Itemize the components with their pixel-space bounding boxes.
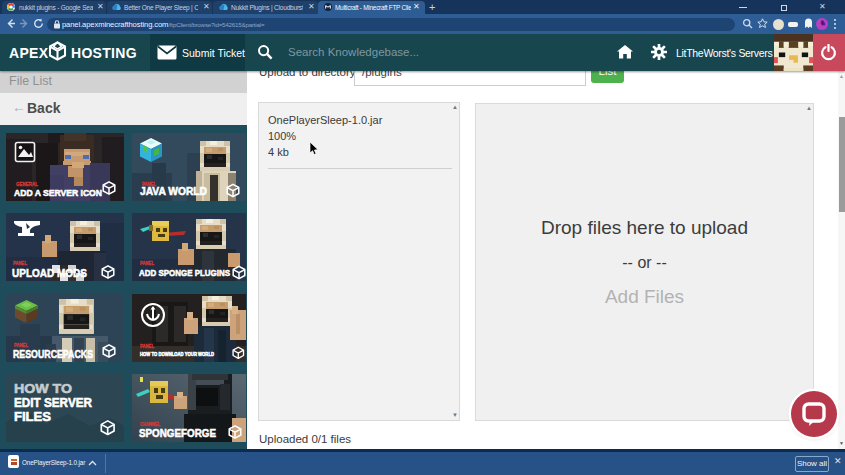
svg-text:SPONGEFORGE: SPONGEFORGE (139, 427, 216, 439)
svg-text:UPLOAD MODS: UPLOAD MODS (12, 267, 87, 279)
svg-text:ADD A SERVER ICON: ADD A SERVER ICON (14, 187, 102, 198)
svg-text:CHANNEL: CHANNEL (140, 421, 160, 427)
svg-text:HOW TO: HOW TO (14, 382, 72, 396)
svg-text:PANEL: PANEL (140, 343, 154, 349)
svg-text:JAVA WORLD: JAVA WORLD (140, 185, 207, 197)
svg-text:PANEL: PANEL (140, 260, 154, 266)
svg-text:FILES: FILES (14, 410, 51, 424)
svg-text:EDIT SERVER: EDIT SERVER (14, 396, 92, 410)
svg-text:PANEL: PANEL (13, 260, 27, 266)
svg-text:HOW TO DOWNLOAD YOUR WORLD: HOW TO DOWNLOAD YOUR WORLD (140, 351, 214, 357)
svg-text:RESOURCEPACKS: RESOURCEPACKS (13, 348, 93, 360)
svg-text:ADD SPONGE PLUGINS: ADD SPONGE PLUGINS (139, 267, 230, 278)
